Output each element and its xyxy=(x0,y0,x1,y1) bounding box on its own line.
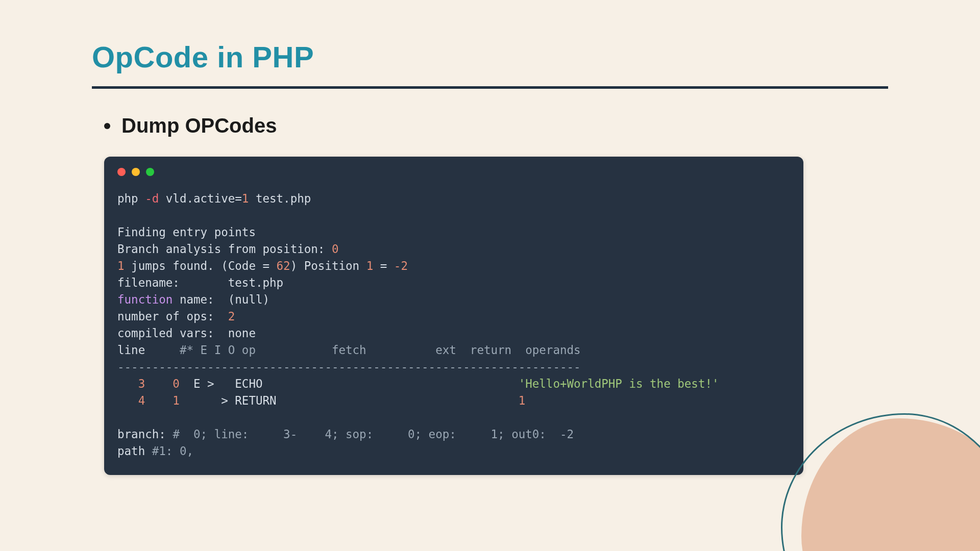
code-token: path xyxy=(117,444,152,458)
code-token: 0 xyxy=(332,242,339,256)
code-token: 4 xyxy=(117,394,145,407)
code-token: jumps found. (Code = xyxy=(125,259,277,272)
code-token: filename: test.php xyxy=(117,276,283,289)
code-token: 1 xyxy=(366,259,374,272)
code-token: > RETURN xyxy=(180,394,519,407)
code-token: #1: 0, xyxy=(152,444,193,458)
code-token: number of ops: xyxy=(117,310,228,323)
code-token: E > ECHO xyxy=(180,377,519,390)
code-token: line xyxy=(117,343,180,357)
code-token: 1 xyxy=(117,259,125,272)
code-token: 1 xyxy=(145,394,180,407)
decorative-blob xyxy=(801,418,980,551)
code-block: php -d vld.active=1 test.php Finding ent… xyxy=(104,157,803,475)
code-token: 0 xyxy=(145,377,180,390)
code-token: test.php xyxy=(249,192,311,205)
code-token: ----------------------------------------… xyxy=(117,360,581,373)
code-token: ) Position xyxy=(290,259,366,272)
window-controls xyxy=(117,168,790,176)
bullet-row: Dump OPCodes xyxy=(104,114,888,137)
code-token: -d xyxy=(145,192,159,205)
bullet-text: Dump OPCodes xyxy=(121,114,277,137)
slide-title: OpCode in PHP xyxy=(92,40,888,74)
code-token: -2 xyxy=(394,259,408,272)
minimize-icon xyxy=(132,168,140,176)
code-token: #* E I O op fetch ext return operands xyxy=(180,343,581,357)
code-token: = xyxy=(373,259,394,272)
close-icon xyxy=(117,168,126,176)
slide: OpCode in PHP Dump OPCodes php -d vld.ac… xyxy=(0,0,980,551)
code-token: 1 xyxy=(519,394,526,407)
code-token: Branch analysis from position: xyxy=(117,242,332,256)
code-token: function xyxy=(117,293,173,306)
code-token: 62 xyxy=(277,259,290,272)
code-token: php xyxy=(117,192,145,205)
code-token: 3 xyxy=(117,377,145,390)
bullet-icon xyxy=(104,123,110,129)
blob-outline xyxy=(781,413,980,551)
code-token: 1 xyxy=(242,192,249,205)
code-token: Finding entry points xyxy=(117,226,256,239)
code-token: branch: xyxy=(117,428,173,441)
title-rule xyxy=(92,86,888,89)
code-token: # 0; line: 3- 4; sop: 0; eop: 1; out0: -… xyxy=(173,428,574,441)
zoom-icon xyxy=(146,168,154,176)
code-token: compiled vars: none xyxy=(117,327,256,340)
code-content: php -d vld.active=1 test.php Finding ent… xyxy=(117,190,790,460)
code-token: 2 xyxy=(228,310,235,323)
code-token: name: (null) xyxy=(173,293,270,306)
code-token: vld.active= xyxy=(159,192,242,205)
code-token: 'Hello+WorldPHP is the best!' xyxy=(519,377,719,390)
